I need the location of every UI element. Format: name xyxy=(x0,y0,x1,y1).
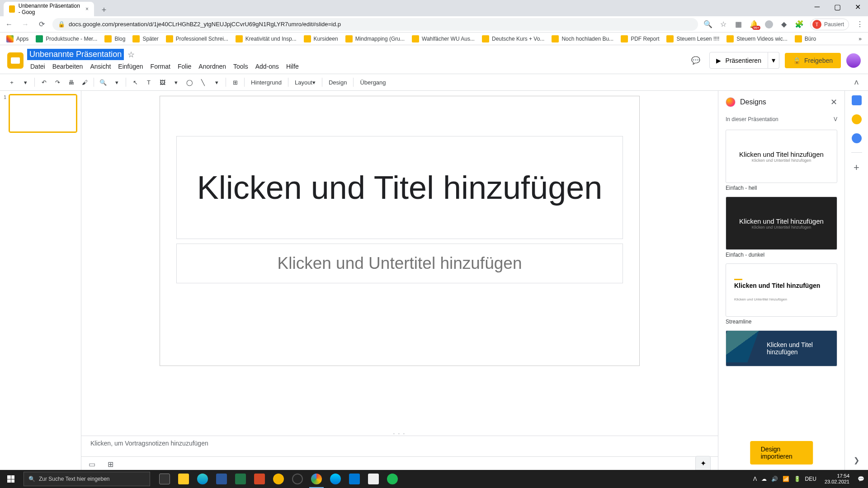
grid-view-icon[interactable]: ⊞ xyxy=(108,460,118,467)
bookmark-item[interactable]: Noch hochladen Bu... xyxy=(549,34,616,43)
bookmark-item[interactable]: Kursideen xyxy=(301,34,341,43)
theme-focus[interactable]: Klicken und Titel hinzufügen xyxy=(726,330,837,366)
theme-simple-dark[interactable]: Klicken und Titel hinzufügen Klicken und… xyxy=(726,197,837,250)
undo-icon[interactable]: ↶ xyxy=(38,76,50,89)
paint-format-icon[interactable]: 🖌 xyxy=(78,76,91,89)
explore-button[interactable]: ✦ xyxy=(695,456,711,471)
notes-drag-handle[interactable]: • • • xyxy=(81,431,718,436)
notifications-icon[interactable]: 💬 xyxy=(858,476,864,482)
print-icon[interactable]: 🖶 xyxy=(65,76,77,89)
tray-chevron-icon[interactable]: ᐱ xyxy=(753,476,757,482)
redo-icon[interactable]: ↷ xyxy=(51,76,64,89)
new-slide-dropdown[interactable]: ▾ xyxy=(19,76,32,89)
browser-tab[interactable]: Unbenannte Präsentation - Goog × xyxy=(4,2,94,16)
extension-icon[interactable] xyxy=(765,20,773,28)
address-bar[interactable]: 🔒 docs.google.com/presentation/d/1je40CL… xyxy=(52,18,698,31)
minimize-icon[interactable]: ─ xyxy=(807,0,827,14)
comment-add-icon[interactable]: ⊞ xyxy=(229,76,241,89)
shape-icon[interactable]: ◯ xyxy=(183,76,196,89)
slides-logo-icon[interactable] xyxy=(7,52,24,69)
bookmark-item[interactable]: Wahlfächer WU Aus... xyxy=(409,34,477,43)
back-icon[interactable]: ← xyxy=(4,19,14,30)
filmstrip-view-icon[interactable]: ▭ xyxy=(89,460,99,467)
speaker-notes[interactable]: Klicken, um Vortragsnotizen hinzuzufügen xyxy=(81,436,718,456)
layout-button[interactable]: Layout ▾ xyxy=(291,76,319,89)
battery-icon[interactable]: 🔋 xyxy=(794,476,801,482)
bookmark-item[interactable]: Steuern Videos wic... xyxy=(724,34,790,43)
transition-button[interactable]: Übergang xyxy=(356,76,389,89)
bookmark-apps[interactable]: Apps xyxy=(4,34,31,43)
keep-icon[interactable] xyxy=(852,114,862,124)
bookmark-item[interactable]: Produktsuche - Mer... xyxy=(33,34,100,43)
share-button[interactable]: 🔒 Freigeben xyxy=(785,53,841,68)
menu-edit[interactable]: Bearbeiten xyxy=(49,61,86,72)
zoom-icon[interactable]: 🔍 xyxy=(703,20,712,29)
maximize-icon[interactable]: ▢ xyxy=(827,0,848,14)
menu-format[interactable]: Format xyxy=(147,61,174,72)
bookmark-item[interactable]: Professionell Schrei... xyxy=(163,34,231,43)
menu-slide[interactable]: Folie xyxy=(175,61,194,72)
profile-sync-button[interactable]: T Pausiert xyxy=(810,19,849,30)
menu-help[interactable]: Hilfe xyxy=(283,61,302,72)
taskbar-search[interactable]: 🔍 Zur Suche Text hier eingeben xyxy=(24,472,150,486)
present-button[interactable]: ▶ Präsentieren xyxy=(709,52,768,69)
menu-view[interactable]: Ansicht xyxy=(87,61,114,72)
slide-thumbnail[interactable] xyxy=(9,94,77,132)
reload-icon[interactable]: ⟳ xyxy=(36,19,47,30)
app-icon[interactable] xyxy=(269,470,288,488)
zoom-dropdown[interactable]: ▾ xyxy=(110,76,123,89)
menu-dots-icon[interactable]: ⋮ xyxy=(855,20,864,29)
bookmarks-overflow-icon[interactable]: » xyxy=(856,35,864,43)
close-window-icon[interactable]: ✕ xyxy=(848,0,868,14)
language-indicator[interactable]: DEU xyxy=(805,476,816,482)
import-design-button[interactable]: Design importieren xyxy=(750,441,813,465)
chrome-icon[interactable] xyxy=(307,470,326,488)
textbox-icon[interactable]: T xyxy=(142,76,155,89)
bookmark-item[interactable]: Blog xyxy=(102,34,128,43)
subtitle-placeholder[interactable]: Klicken und Untertitel hinzufügen xyxy=(176,244,623,283)
extension-bell-icon[interactable]: 🔔99+ xyxy=(750,20,759,29)
select-tool-icon[interactable]: ↖ xyxy=(129,76,142,89)
comments-icon[interactable]: 💬 xyxy=(688,52,704,69)
background-button[interactable]: Hintergrund xyxy=(247,76,285,89)
tasks-icon[interactable] xyxy=(852,133,862,143)
close-panel-icon[interactable]: ✕ xyxy=(830,97,837,107)
title-placeholder[interactable]: Klicken und Titel hinzufügen xyxy=(176,136,623,239)
onedrive-icon[interactable]: ☁ xyxy=(761,476,767,482)
edge-icon[interactable] xyxy=(193,470,212,488)
theme-streamline[interactable]: Klicken und Titel hinzufügen Klicken und… xyxy=(726,263,837,317)
bookmark-item[interactable]: PDF Report xyxy=(618,34,662,43)
menu-arrange[interactable]: Anordnen xyxy=(195,61,229,72)
forward-icon[interactable]: → xyxy=(20,19,31,30)
extensions-puzzle-icon[interactable]: 🧩 xyxy=(795,20,804,29)
bookmark-item[interactable]: Später xyxy=(130,34,161,43)
bookmark-item[interactable]: Mindmapping (Gru... xyxy=(343,34,407,43)
explorer-icon[interactable] xyxy=(175,470,193,488)
bookmark-item[interactable]: Steuern Lesen !!!! xyxy=(664,34,722,43)
star-icon[interactable]: ☆ xyxy=(719,20,728,29)
obs-icon[interactable] xyxy=(288,470,307,488)
zoom-icon[interactable]: 🔍 xyxy=(97,76,109,89)
qr-icon[interactable]: ▦ xyxy=(734,20,743,29)
present-dropdown[interactable]: ▾ xyxy=(768,52,779,69)
image-icon[interactable]: 🖼 xyxy=(156,76,169,89)
menu-insert[interactable]: Einfügen xyxy=(115,61,146,72)
new-tab-button[interactable]: + xyxy=(98,4,110,16)
line-icon[interactable]: ╲ xyxy=(197,76,209,89)
designs-section-toggle[interactable]: In dieser Präsentationᐯ xyxy=(718,113,844,125)
edge-new-icon[interactable] xyxy=(326,470,344,488)
menu-addons[interactable]: Add-ons xyxy=(252,61,282,72)
app-icon[interactable] xyxy=(345,470,363,488)
volume-icon[interactable]: 🔊 xyxy=(771,476,778,482)
add-addon-icon[interactable]: + xyxy=(854,162,859,174)
calendar-icon[interactable] xyxy=(852,95,862,105)
line-dropdown[interactable]: ▾ xyxy=(210,76,223,89)
user-avatar[interactable] xyxy=(846,53,861,68)
collapse-toolbar-icon[interactable]: ᐱ xyxy=(850,76,863,89)
bookmark-item[interactable]: Kreativität und Insp... xyxy=(233,34,299,43)
spotify-icon[interactable] xyxy=(383,470,401,488)
close-tab-icon[interactable]: × xyxy=(85,6,89,12)
star-button[interactable]: ☆ xyxy=(127,50,135,60)
bookmark-item[interactable]: Deutsche Kurs + Vo... xyxy=(479,34,547,43)
bookmark-item[interactable]: Büro xyxy=(792,34,819,43)
